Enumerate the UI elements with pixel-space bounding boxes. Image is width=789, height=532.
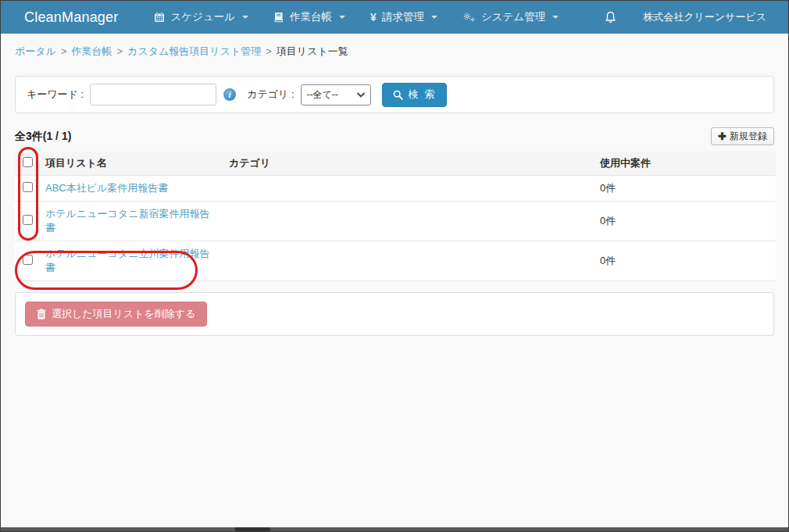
nav-item-work-ledger[interactable]: 作業台帳 [261,1,358,34]
nav-menu: スケジュール 作業台帳 ¥ 請求管理 システム管理 [141,1,571,34]
chevron-down-icon [242,16,248,19]
nav-item-system-admin[interactable]: システム管理 [450,1,571,34]
chevron-down-icon [431,16,437,19]
nav-item-label: 作業台帳 [290,10,332,24]
book-icon [273,12,284,23]
in-use-cell: 0件 [594,202,776,241]
in-use-cell: 0件 [594,241,776,281]
search-panel: キーワード : i カテゴリ : --全て-- 検 索 [15,76,774,113]
row-checkbox[interactable] [23,215,33,225]
page: { "nav": { "brand": "CleanManager", "ite… [0,0,789,532]
new-registration-label: 新規登録 [730,130,767,143]
nav-right: 株式会社クリーンサービス [605,10,774,24]
nav-item-schedule[interactable]: スケジュール [141,1,261,34]
new-registration-button[interactable]: ✚ 新規登録 [711,127,774,145]
company-name[interactable]: 株式会社クリーンサービス [643,10,766,24]
keyword-input[interactable] [90,84,216,105]
category-select[interactable]: --全て-- [301,84,371,105]
column-header-in-use: 使用中案件 [594,152,776,176]
breadcrumb-current-page: 項目リスト一覧 [277,45,348,57]
item-list-link[interactable]: ABC本社ビル案件用報告書 [45,182,168,194]
nav-item-label: 請求管理 [382,10,424,24]
horizontal-scrollbar[interactable] [1,527,788,531]
search-icon [393,90,403,100]
breadcrumb-link-custom-report-list-mgmt[interactable]: カスタム報告項目リスト管理 [127,45,261,57]
trash-icon [37,309,46,320]
top-navbar: CleanManager スケジュール 作業台帳 ¥ 請求管理 システム管理 株… [1,1,788,34]
category-cell [223,176,594,202]
row-checkbox[interactable] [23,255,33,265]
horizontal-scrollbar-thumb[interactable] [235,527,270,531]
breadcrumb: ポータル>作業台帳>カスタム報告項目リスト管理>項目リスト一覧 [1,34,788,59]
info-icon[interactable]: i [223,88,236,101]
table-row: ホテルニューコタニ新宿案件用報告書 0件 [15,202,776,241]
breadcrumb-link-portal[interactable]: ポータル [15,45,56,57]
category-label: カテゴリ : [247,87,294,102]
table-row: ABC本社ビル案件用報告書 0件 [15,176,776,202]
delete-panel: 選択した項目リストを削除する [15,292,774,336]
item-list-link[interactable]: ホテルニューコタニ新宿案件用報告書 [45,208,209,234]
list-toolbar: 全3件(1 / 1) ✚ 新規登録 [15,127,774,145]
category-cell [223,202,594,241]
item-list-link[interactable]: ホテルニューコタニ立川案件用報告書 [45,248,209,273]
delete-button-label: 選択した項目リストを削除する [52,307,195,321]
chevron-down-icon [552,16,559,19]
column-header-name: 項目リスト名 [39,152,223,176]
breadcrumb-separator: > [61,45,67,57]
breadcrumb-separator: > [117,45,123,57]
in-use-cell: 0件 [594,176,776,202]
select-all-checkbox[interactable] [23,157,33,167]
search-button[interactable]: 検 索 [382,83,448,107]
row-checkbox[interactable] [23,182,33,192]
breadcrumb-link-work-ledger[interactable]: 作業台帳 [72,45,112,57]
breadcrumb-separator: > [266,45,272,57]
category-cell [223,241,594,281]
yen-icon: ¥ [370,11,377,23]
search-button-label: 検 索 [409,87,437,102]
chevron-down-icon [357,92,365,98]
gears-icon [462,12,476,23]
table-header-row: 項目リスト名 カテゴリ 使用中案件 [15,152,776,176]
nav-item-label: スケジュール [170,10,235,24]
nav-item-billing[interactable]: ¥ 請求管理 [358,1,450,34]
calendar-icon [154,12,165,23]
nav-item-label: システム管理 [481,10,545,24]
category-selected-value: --全て-- [307,88,338,102]
brand-logo[interactable]: CleanManager [24,9,118,26]
table-row: ホテルニューコタニ立川案件用報告書 0件 [15,241,776,281]
keyword-label: キーワード : [27,87,84,102]
column-header-category: カテゴリ [223,152,594,176]
notification-bell-icon[interactable] [605,11,616,24]
item-list-table: 項目リスト名 カテゴリ 使用中案件 ABC本社ビル案件用報告書 0件 ホテルニュ… [15,152,776,281]
chevron-down-icon [339,16,345,19]
result-count: 全3件(1 / 1) [15,130,71,144]
delete-selected-button[interactable]: 選択した項目リストを削除する [25,302,207,327]
plus-icon: ✚ [718,130,727,142]
